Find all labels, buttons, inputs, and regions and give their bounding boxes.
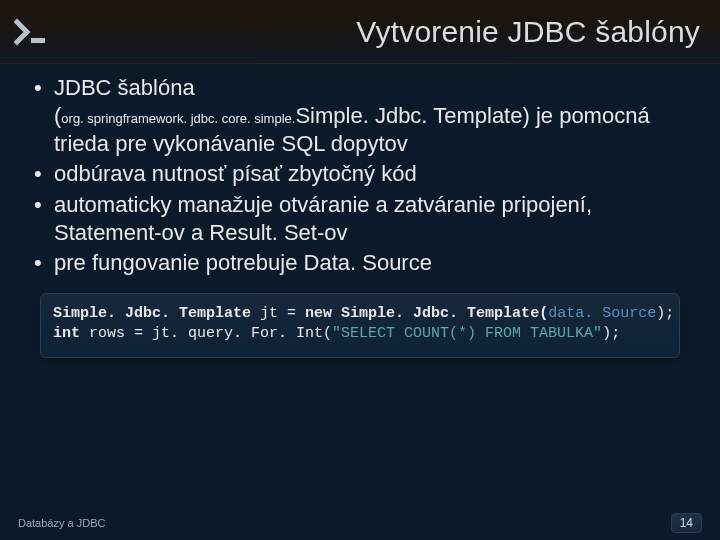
code-type: Simple. Jdbc. Template( xyxy=(332,305,548,322)
class-name: Data. Source xyxy=(304,250,432,275)
code-variable: data. Source xyxy=(548,305,656,322)
bullet-item: pre fungovanie potrebuje Data. Source xyxy=(28,249,692,277)
code-text: = jt. query. For. Int( xyxy=(134,325,332,342)
bullet-text: JDBC šablóna xyxy=(54,75,195,100)
code-text: jt xyxy=(251,305,287,322)
bullet-text: odbúrava nutnosť písať zbytočný kód xyxy=(54,161,417,186)
class-name: Simple. Jdbc. Template xyxy=(295,103,522,128)
code-block: Simple. Jdbc. Template jt = new Simple. … xyxy=(40,293,680,358)
code-keyword: int xyxy=(53,325,80,342)
svg-rect-0 xyxy=(31,38,45,43)
code-keyword: new xyxy=(305,305,332,322)
slide-footer: Databázy a JDBC 14 xyxy=(0,512,720,540)
prompt-icon xyxy=(14,18,54,46)
code-text: rows xyxy=(80,325,134,342)
page-number: 14 xyxy=(671,513,702,533)
slide-content: JDBC šablóna (org. springframework. jdbc… xyxy=(0,64,720,540)
bullet-list: JDBC šablóna (org. springframework. jdbc… xyxy=(28,74,692,277)
slide-header: Vytvorenie JDBC šablóny xyxy=(0,0,720,64)
bullet-text: pre fungovanie potrebuje xyxy=(54,250,304,275)
code-text: = xyxy=(287,305,305,322)
code-text: ); xyxy=(602,325,620,342)
bullet-text: automaticky manažuje otváranie a zatvára… xyxy=(54,192,592,245)
code-text: ); xyxy=(656,305,674,322)
bullet-item: automaticky manažuje otváranie a zatvára… xyxy=(28,191,692,247)
bullet-item: JDBC šablóna (org. springframework. jdbc… xyxy=(28,74,692,158)
bullet-item: odbúrava nutnosť písať zbytočný kód xyxy=(28,160,692,188)
slide-title: Vytvorenie JDBC šablóny xyxy=(356,15,700,49)
code-type: Simple. Jdbc. Template xyxy=(53,305,251,322)
code-string: "SELECT COUNT(*) FROM TABULKA" xyxy=(332,325,602,342)
package-path: org. springframework. jdbc. core. simple… xyxy=(61,111,295,126)
footer-label: Databázy a JDBC xyxy=(18,517,105,529)
